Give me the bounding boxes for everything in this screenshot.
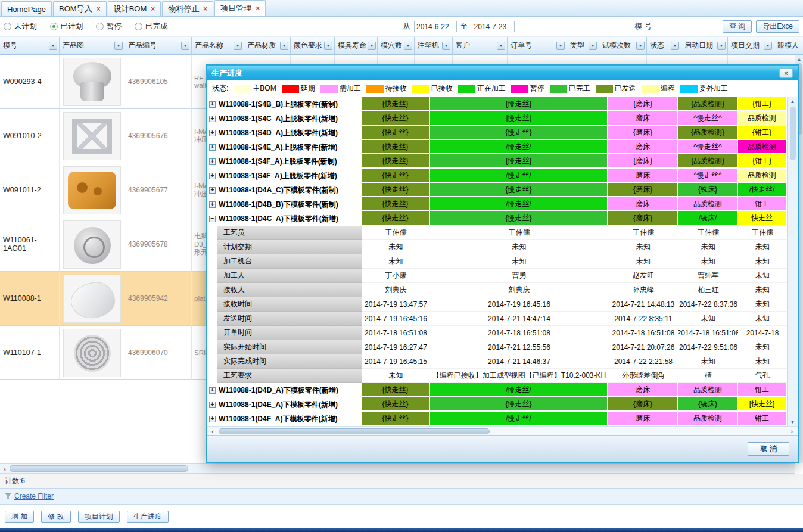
process-step-cell[interactable]: 品质检测 <box>678 412 738 426</box>
expand-icon[interactable]: + <box>209 144 216 151</box>
filter-dropdown-icon[interactable]: ▼ <box>589 42 597 50</box>
radio-unplanned[interactable]: 未计划 <box>4 21 37 32</box>
process-step-cell[interactable]: {磨床} <box>608 126 678 140</box>
expand-icon[interactable]: + <box>209 173 216 179</box>
filter-dropdown-icon[interactable]: ▼ <box>181 42 189 50</box>
expand-icon[interactable]: + <box>209 402 216 408</box>
process-step-cell[interactable]: 品质检测 <box>738 169 787 183</box>
process-step-cell[interactable]: {快走丝} <box>362 111 430 126</box>
process-step-cell[interactable]: {快走丝} <box>362 97 430 111</box>
column-header[interactable]: 试模次数▼ <box>599 37 647 55</box>
process-step-cell[interactable]: 磨床 <box>608 412 678 426</box>
column-header[interactable]: 产品材质▼ <box>244 37 291 55</box>
process-step-cell[interactable]: 钳工 <box>738 383 787 397</box>
expand-icon[interactable]: + <box>209 116 216 122</box>
column-header[interactable]: 产品名称▼ <box>192 37 244 55</box>
filter-dropdown-icon[interactable]: ▼ <box>764 42 772 50</box>
column-header[interactable]: 客户▼ <box>453 37 508 55</box>
process-step-cell[interactable]: {磨床} <box>608 183 678 197</box>
column-header[interactable]: 注塑机▼ <box>415 37 453 55</box>
process-step-cell[interactable]: {铣床} <box>678 183 738 197</box>
process-step-cell[interactable]: {磨床} <box>608 154 678 169</box>
process-step-cell[interactable]: 磨床 <box>608 111 678 126</box>
process-step-cell[interactable]: 磨床 <box>608 169 678 183</box>
process-step-cell[interactable]: /慢走丝/ <box>430 169 608 183</box>
tab-material-stop[interactable]: 物料停止× <box>162 1 213 16</box>
process-step-cell[interactable]: /慢走丝/ <box>430 412 608 426</box>
process-step-cell[interactable]: {快走丝} <box>362 211 430 226</box>
main-horizontal-scrollbar[interactable]: ‹ <box>0 463 795 474</box>
filter-dropdown-icon[interactable]: ▼ <box>324 42 332 50</box>
process-tree-row[interactable]: +W110088-1(S4C_A)上脱板零件(新增){快走丝}|慢走丝|磨床^慢… <box>207 111 787 126</box>
scroll-up-icon[interactable]: ▲ <box>795 55 803 63</box>
filter-dropdown-icon[interactable]: ▼ <box>671 42 679 50</box>
process-step-cell[interactable]: {慢走丝} <box>430 397 608 412</box>
process-tree-row[interactable]: +W110088-1(D4A_C)下模板零件(新制){快走丝}{慢走丝}{磨床}… <box>207 183 787 197</box>
process-tree-row[interactable]: +W110088-1(D4F_A)下模板零件(新增){快走丝}/慢走丝/磨床品质… <box>207 412 787 426</box>
filter-dropdown-icon[interactable]: ▼ <box>404 42 412 50</box>
column-header[interactable]: 项目交期▼ <box>728 37 774 55</box>
tab-close-icon[interactable]: × <box>256 5 260 12</box>
create-filter-link[interactable]: Create Filter <box>14 492 54 500</box>
process-tree-row[interactable]: +W110088-1(S4F_A)上脱板零件(新增){快走丝}/慢走丝/磨床^慢… <box>207 169 787 183</box>
expand-icon[interactable]: + <box>209 158 216 165</box>
process-step-cell[interactable]: /慢走丝/ <box>430 197 608 211</box>
process-step-cell[interactable]: {快走丝} <box>362 412 430 426</box>
main-hscroll-thumb[interactable] <box>10 465 188 472</box>
process-step-cell[interactable]: [快走丝] <box>738 397 787 412</box>
process-step-cell[interactable]: {钳工} <box>738 97 787 111</box>
dialog-hscroll-thumb[interactable] <box>219 428 490 434</box>
column-header[interactable]: 模具寿命▼ <box>335 37 378 55</box>
process-step-cell[interactable]: {快走丝} <box>362 169 430 183</box>
tab-bom-import[interactable]: BOM导入× <box>53 1 107 16</box>
process-step-cell[interactable]: {慢走丝} <box>430 183 608 197</box>
column-header[interactable]: 模穴数▼ <box>378 37 415 55</box>
column-header[interactable]: 产品编号▼ <box>125 37 192 55</box>
column-header[interactable]: 类型▼ <box>567 37 599 55</box>
process-step-cell[interactable]: {快走丝} <box>362 397 430 412</box>
cancel-button[interactable]: 取 消 <box>748 442 789 456</box>
process-step-cell[interactable]: {磨床} <box>608 397 678 412</box>
project-plan-button[interactable]: 项目计划 <box>78 511 120 523</box>
filter-dropdown-icon[interactable]: ▼ <box>636 42 645 50</box>
radio-paused[interactable]: 暂停 <box>96 21 122 32</box>
column-header[interactable]: 模号▼ <box>0 37 60 55</box>
scroll-left-icon[interactable]: ‹ <box>0 465 10 472</box>
process-step-cell[interactable]: /快走丝/ <box>738 183 787 197</box>
process-step-cell[interactable]: 快走丝 <box>738 211 787 226</box>
column-header[interactable]: 状态▼ <box>647 37 681 55</box>
process-step-cell[interactable]: /铣床/ <box>678 211 738 226</box>
expand-icon[interactable]: + <box>209 187 216 194</box>
dialog-close-icon[interactable]: × <box>779 68 793 78</box>
filter-dropdown-icon[interactable]: ▼ <box>368 42 376 50</box>
dialog-scroll-right-icon[interactable]: › <box>787 428 796 435</box>
expand-icon[interactable]: + <box>209 416 216 422</box>
process-step-cell[interactable]: {品质检测} <box>678 126 738 140</box>
filter-dropdown-icon[interactable]: ▼ <box>717 42 726 50</box>
process-tree-row[interactable]: +W110088-1(S4B_B)上脱板零件(新制){快走丝}{慢走丝}{磨床}… <box>207 97 787 111</box>
tab-homepage[interactable]: HomePage <box>1 1 52 16</box>
filter-dropdown-icon[interactable]: ▼ <box>442 42 450 50</box>
tab-project-management[interactable]: 项目管理× <box>214 0 266 16</box>
process-step-cell[interactable]: {慢走丝} <box>430 154 608 169</box>
process-step-cell[interactable]: {快走丝} <box>362 197 430 211</box>
expand-icon[interactable]: + <box>209 101 216 108</box>
dialog-scroll-up-icon[interactable]: ▲ <box>788 97 798 105</box>
process-step-cell[interactable]: {慢走丝} <box>430 211 608 226</box>
filter-dropdown-icon[interactable]: ▼ <box>234 42 242 50</box>
column-header[interactable]: 启动日期▼ <box>681 37 728 55</box>
date-from-input[interactable] <box>414 21 457 32</box>
process-step-cell[interactable]: ^慢走丝^ <box>678 140 738 154</box>
process-step-cell[interactable]: 磨床 <box>608 197 678 211</box>
process-tree-row[interactable]: +W110088-1(D4D_A)下模板零件(新增){快走丝}/慢走丝/磨床品质… <box>207 383 787 397</box>
tab-close-icon[interactable]: × <box>151 5 155 13</box>
process-step-cell[interactable]: {品质检测} <box>678 97 738 111</box>
process-tree-row[interactable]: +W110088-1(D4E_A)下模板零件(新增){快走丝}{慢走丝}{磨床}… <box>207 397 787 412</box>
expand-icon[interactable]: + <box>209 387 216 394</box>
process-step-cell[interactable]: {钳工} <box>738 126 787 140</box>
process-step-cell[interactable]: 品质检测 <box>738 140 787 154</box>
process-step-cell[interactable]: {钳工} <box>738 154 787 169</box>
process-step-cell[interactable]: {快走丝} <box>362 183 430 197</box>
filter-dropdown-icon[interactable]: ▼ <box>556 42 565 50</box>
process-step-cell[interactable]: {快走丝} <box>362 154 430 169</box>
